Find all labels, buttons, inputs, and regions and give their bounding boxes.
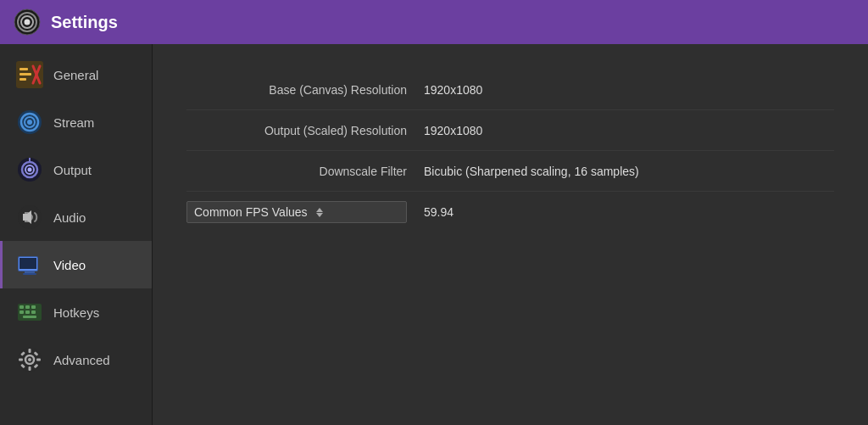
sidebar-item-stream[interactable]: Stream: [0, 98, 152, 146]
svg-rect-30: [25, 310, 30, 314]
audio-icon: [14, 202, 45, 232]
fps-select-label: Common FPS Values: [194, 205, 308, 219]
sidebar-label-stream: Stream: [53, 115, 94, 130]
sidebar-label-video: Video: [53, 258, 86, 272]
fps-arrow-up-icon: [316, 208, 323, 212]
fps-select[interactable]: Common FPS Values: [186, 201, 407, 223]
svg-rect-7: [19, 78, 26, 81]
sidebar-item-video[interactable]: Video: [0, 241, 152, 288]
svg-rect-36: [29, 349, 31, 353]
svg-rect-39: [36, 359, 41, 361]
sidebar: General Stream: [0, 44, 153, 425]
sidebar-label-general: General: [53, 68, 98, 82]
svg-rect-27: [25, 305, 30, 309]
fps-select-arrows: [316, 208, 323, 217]
svg-rect-29: [19, 310, 24, 314]
svg-point-17: [28, 168, 32, 172]
downscale-filter-value[interactable]: Bicubic (Sharpened scaling, 16 samples): [424, 165, 639, 178]
output-resolution-label: Output (Scaled) Resolution: [186, 124, 424, 137]
main-content: General Stream: [0, 44, 868, 425]
base-resolution-row: Base (Canvas) Resolution 1920x1080: [186, 70, 834, 110]
sidebar-item-advanced[interactable]: Advanced: [0, 336, 152, 383]
fps-value[interactable]: 59.94: [424, 205, 453, 219]
svg-rect-26: [19, 305, 24, 309]
svg-point-35: [28, 358, 31, 361]
sidebar-item-hotkeys[interactable]: Hotkeys: [0, 288, 152, 336]
fps-arrow-down-icon: [316, 213, 323, 217]
fps-label: Common FPS Values: [186, 201, 424, 223]
hotkeys-icon: [14, 297, 45, 327]
svg-rect-32: [23, 316, 36, 318]
svg-rect-5: [19, 68, 28, 70]
sidebar-item-audio[interactable]: Audio: [0, 193, 152, 241]
svg-rect-38: [19, 359, 23, 361]
general-icon: [14, 59, 45, 90]
downscale-filter-label: Downscale Filter: [186, 165, 424, 178]
sidebar-label-audio: Audio: [53, 210, 86, 225]
base-resolution-value[interactable]: 1920x1080: [424, 83, 482, 97]
window-title: Settings: [51, 13, 118, 32]
svg-rect-22: [19, 258, 36, 269]
sidebar-item-general[interactable]: General: [0, 51, 152, 98]
downscale-filter-row: Downscale Filter Bicubic (Sharpened scal…: [186, 151, 834, 192]
sidebar-label-advanced: Advanced: [53, 353, 110, 367]
advanced-icon: [14, 344, 45, 375]
output-icon: [14, 154, 45, 185]
video-icon: [14, 249, 45, 280]
sidebar-item-output[interactable]: Output: [0, 146, 152, 193]
svg-rect-23: [25, 271, 35, 273]
sidebar-label-output: Output: [53, 163, 92, 177]
svg-rect-31: [31, 310, 36, 314]
svg-rect-24: [23, 273, 36, 275]
sidebar-label-hotkeys: Hotkeys: [53, 305, 99, 320]
svg-point-13: [27, 120, 32, 125]
svg-rect-6: [19, 73, 31, 75]
stream-icon: [14, 107, 45, 137]
svg-point-3: [25, 20, 31, 25]
output-resolution-row: Output (Scaled) Resolution 1920x1080: [186, 110, 834, 151]
title-bar: Settings: [0, 0, 868, 44]
svg-rect-28: [31, 305, 36, 309]
output-resolution-value[interactable]: 1920x1080: [424, 124, 482, 137]
base-resolution-label: Base (Canvas) Resolution: [186, 83, 424, 97]
svg-rect-37: [29, 366, 31, 371]
obs-logo-icon: [14, 8, 41, 36]
fps-row: Common FPS Values 59.94: [186, 192, 834, 232]
settings-panel: Base (Canvas) Resolution 1920x1080 Outpu…: [153, 44, 868, 425]
